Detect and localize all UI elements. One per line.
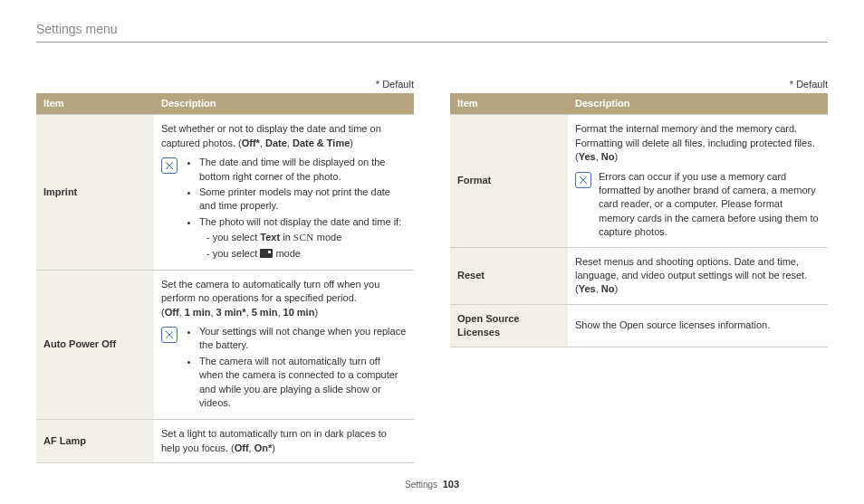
opt: Off <box>235 442 249 453</box>
note-bullet: The photo will not display the date and … <box>199 215 407 261</box>
item-imprint: Imprint <box>36 115 154 271</box>
desc-osl: Show the Open source licenses informatio… <box>568 304 828 347</box>
settings-table-right: Item Description Format Format the inter… <box>450 93 828 347</box>
desc-reset: Reset menus and shooting options. Date a… <box>568 247 828 304</box>
opt: Off* <box>242 138 260 148</box>
note-box: Your settings will not change when you r… <box>161 325 407 412</box>
note-text: Errors can occur if you use a memory car… <box>599 170 821 240</box>
table-row: Open Source Licenses Show the Open sourc… <box>450 304 828 347</box>
opt: Yes <box>579 151 596 162</box>
opt: On* <box>254 442 273 453</box>
note-list: The date and time will be displayed on t… <box>185 156 407 262</box>
opt: Yes <box>579 283 596 294</box>
table-row: Format Format the internal memory and th… <box>450 115 828 247</box>
note-dash: you select Text in SCN mode <box>206 231 407 244</box>
note-box: The date and time will be displayed on t… <box>161 156 407 262</box>
note-icon <box>161 157 178 174</box>
th-desc: Description <box>568 93 828 115</box>
item-format: Format <box>450 115 568 247</box>
opt: 10 min <box>283 307 315 318</box>
footer-page: 103 <box>443 479 459 490</box>
page-title: Settings menu <box>36 22 828 36</box>
item-aflamp: AF Lamp <box>36 420 154 463</box>
opt: Off <box>165 307 179 318</box>
default-note-left: * Default <box>36 79 414 90</box>
note-text: The photo will not display the date and … <box>199 216 401 227</box>
note-bullet: The camera will not automatically turn o… <box>199 355 407 411</box>
note-box: Errors can occur if you use a memory car… <box>575 170 821 240</box>
note-dash: you select mode <box>206 247 407 261</box>
page-footer: Settings 103 <box>0 479 864 490</box>
note-bullet: Some printer models may not print the da… <box>199 185 407 214</box>
desc-aflamp: Set a light to automatically turn on in … <box>154 420 414 463</box>
opt: 1 min <box>185 307 211 318</box>
table-row: AF Lamp Set a light to automatically tur… <box>36 420 414 463</box>
item-osl: Open Source Licenses <box>450 304 568 347</box>
opt: No <box>601 283 615 294</box>
desc-autopoweroff: Set the camera to automatically turn off… <box>154 270 414 420</box>
table-row: Auto Power Off Set the camera to automat… <box>36 270 414 420</box>
note-bullet: The date and time will be displayed on t… <box>199 156 407 184</box>
apo-intro: Set the camera to automatically turn off… <box>161 279 379 303</box>
footer-section: Settings <box>405 480 437 490</box>
table-row: Imprint Set whether or not to display th… <box>36 115 414 271</box>
right-column: * Default Item Description Format Format… <box>450 79 828 463</box>
t: you select <box>213 248 261 259</box>
opt: No <box>601 151 615 162</box>
content-columns: * Default Item Description Imprint Set w… <box>36 79 828 463</box>
t: you select <box>213 232 261 242</box>
default-note-right: * Default <box>450 79 828 90</box>
opt: Date <box>265 138 287 148</box>
opt: Date & Time <box>293 138 350 148</box>
opt: 5 min <box>252 307 278 318</box>
settings-table-left: Item Description Imprint Set whether or … <box>36 93 414 463</box>
opt: 3 min* <box>216 307 246 318</box>
note-icon <box>575 172 591 188</box>
th-desc: Description <box>154 93 414 115</box>
th-item: Item <box>450 93 568 115</box>
table-row: Reset Reset menus and shooting options. … <box>450 247 828 304</box>
scn-mode-icon: SCN <box>293 232 314 242</box>
note-list: Your settings will not change when you r… <box>185 325 407 412</box>
left-column: * Default Item Description Imprint Set w… <box>36 79 414 463</box>
t: ) <box>272 442 275 453</box>
th-item: Item <box>36 93 154 115</box>
note-icon <box>161 327 178 343</box>
t: in <box>280 232 293 242</box>
desc-imprint: Set whether or not to display the date a… <box>154 115 414 271</box>
item-autopoweroff: Auto Power Off <box>36 270 154 420</box>
t: mode <box>314 232 342 242</box>
title-rule <box>36 42 828 43</box>
item-reset: Reset <box>450 247 568 304</box>
note-bullet: Your settings will not change when you r… <box>199 325 407 353</box>
t: mode <box>273 248 301 259</box>
desc-format: Format the internal memory and the memor… <box>568 115 828 247</box>
note-sublist: you select Text in SCN mode you select m… <box>199 231 407 261</box>
t: Text <box>260 232 280 242</box>
magic-frame-icon <box>260 249 273 258</box>
